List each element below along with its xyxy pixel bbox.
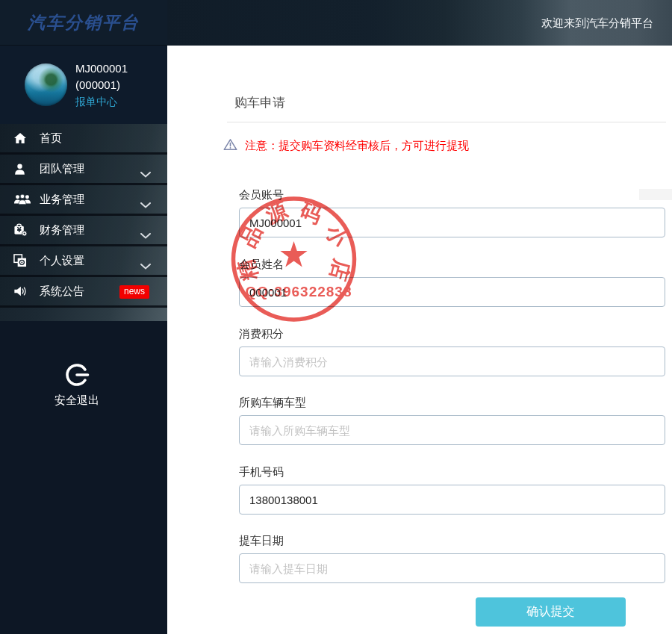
sidebar-item-label: 业务管理	[40, 193, 84, 207]
submit-button[interactable]: 确认提交	[476, 597, 626, 627]
avatar[interactable]	[25, 63, 67, 106]
warning-icon	[223, 138, 237, 154]
pickup-date-input[interactable]	[239, 553, 665, 583]
field-consume-points: 消费积分	[239, 327, 665, 376]
car-model-input[interactable]	[239, 415, 665, 445]
users-icon	[13, 193, 33, 205]
page: 汽车分销平台 MJ000001 (000001) 报单中心 首页 团队管理	[0, 0, 672, 634]
field-pickup-date: 提车日期	[239, 534, 665, 583]
consume-points-input[interactable]	[239, 346, 665, 376]
notice-bar: 注意：提交购车资料经审核后，方可进行提现	[223, 138, 469, 154]
sidebar-item-home[interactable]: 首页	[0, 124, 167, 155]
chevron-down-icon	[140, 198, 151, 211]
phone-number-input[interactable]	[239, 485, 665, 515]
sidebar-item-team[interactable]: 团队管理	[0, 155, 167, 185]
member-account-input[interactable]	[239, 208, 665, 237]
top-header: 欢迎来到汽车分销平台	[167, 0, 672, 46]
sidebar-item-settings[interactable]: 个人设置	[0, 246, 167, 277]
main-content: 购车申请 注意：提交购车资料经审核后，方可进行提现 会员账号 会员姓名 消费积分	[167, 46, 672, 634]
sidebar-item-label: 财务管理	[40, 223, 84, 237]
field-label: 所购车辆车型	[239, 396, 665, 410]
sidebar-item-label: 团队管理	[40, 162, 84, 176]
news-badge: news	[119, 285, 149, 299]
chevron-down-icon	[140, 259, 151, 273]
user-icon	[13, 163, 33, 175]
sidebar-item-label: 个人设置	[40, 254, 84, 268]
sidebar-menu: 首页 团队管理	[0, 124, 167, 321]
page-title: 购车申请	[234, 94, 285, 111]
chevron-down-icon	[140, 229, 151, 242]
welcome-text: 欢迎来到汽车分销平台	[167, 0, 672, 46]
field-car-model: 所购车辆车型	[239, 396, 665, 445]
app-logo: 汽车分销平台	[0, 0, 167, 46]
power-icon	[64, 377, 90, 390]
field-member-account: 会员账号	[239, 188, 665, 237]
finance-icon: ¥	[13, 223, 33, 237]
field-member-name: 会员姓名	[239, 258, 665, 307]
field-label: 会员姓名	[239, 258, 665, 272]
sidebar-item-label: 首页	[40, 131, 62, 146]
member-name-input[interactable]	[239, 277, 665, 307]
chevron-down-icon	[140, 167, 151, 181]
logout-button[interactable]: 安全退出	[0, 362, 167, 408]
field-phone-number: 手机号码	[239, 465, 665, 515]
home-icon	[13, 132, 33, 144]
user-block: MJ000001 (000001) 报单中心	[0, 46, 167, 124]
field-label: 手机号码	[239, 465, 665, 479]
field-label: 消费积分	[239, 327, 665, 341]
app-logo-text: 汽车分销平台	[28, 11, 140, 34]
field-label: 会员账号	[239, 188, 665, 202]
logout-label: 安全退出	[0, 394, 154, 408]
notice-text: 注意：提交购车资料经审核后，方可进行提现	[245, 139, 469, 153]
user-name: (000001)	[75, 77, 128, 93]
svg-text:¥: ¥	[17, 226, 22, 234]
sidebar-item-label: 系统公告	[40, 285, 84, 299]
sidebar-item-business[interactable]: 业务管理	[0, 185, 167, 216]
field-label: 提车日期	[239, 534, 665, 548]
report-center-link[interactable]: 报单中心	[75, 93, 128, 110]
title-divider	[227, 122, 666, 122]
sidebar-item-announcements[interactable]: 系统公告 news	[0, 277, 167, 308]
sidebar-item-finance[interactable]: ¥ 财务管理	[0, 216, 167, 246]
sidebar: 汽车分销平台 MJ000001 (000001) 报单中心 首页 团队管理	[0, 0, 167, 634]
user-account: MJ000001	[75, 60, 128, 77]
settings-icon	[13, 254, 33, 267]
announcement-icon	[13, 285, 33, 297]
